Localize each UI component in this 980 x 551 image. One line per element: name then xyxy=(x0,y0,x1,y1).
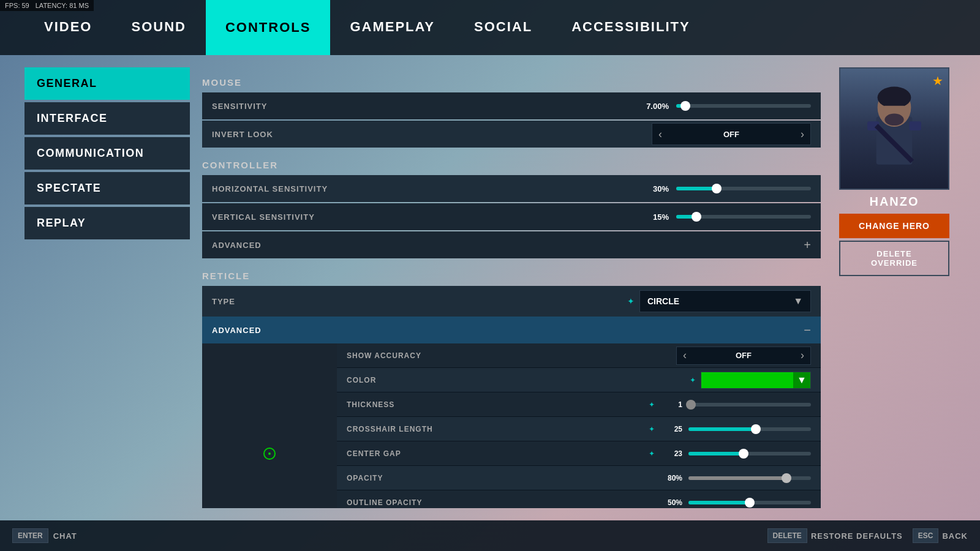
reticle-advanced-settings: SHOW ACCURACY ‹ OFF › COLOR ✦ ▼ xyxy=(337,343,821,508)
vert-sensitivity-row: VERTICAL SENSITIVITY 15% xyxy=(202,203,821,230)
show-accuracy-selector[interactable]: ‹ OFF › xyxy=(676,347,811,365)
horiz-sensitivity-fill xyxy=(676,187,717,190)
invert-look-selector[interactable]: ‹ OFF › xyxy=(652,123,811,145)
show-accuracy-next-icon[interactable]: › xyxy=(794,349,810,362)
controller-advanced-label: ADVANCED xyxy=(212,241,804,250)
vert-sensitivity-label: VERTICAL SENSITIVITY xyxy=(212,212,632,222)
reticle-advanced-content: SHOW ACCURACY ‹ OFF › COLOR ✦ ▼ xyxy=(202,343,821,508)
controller-advanced-expand-icon: + xyxy=(804,238,811,252)
vert-sensitivity-slider[interactable] xyxy=(676,215,811,219)
sidebar-item-interface[interactable]: INTERFACE xyxy=(24,102,190,135)
reticle-type-label: TYPE xyxy=(212,297,622,306)
thickness-star-icon: ✦ xyxy=(649,400,655,409)
reticle-section-title: RETICLE xyxy=(202,271,821,281)
invert-look-label: INVERT LOOK xyxy=(212,130,652,139)
thickness-thumb[interactable] xyxy=(686,400,696,410)
reticle-type-dropdown[interactable]: CIRCLE ▼ xyxy=(639,290,811,312)
horiz-sensitivity-label: HORIZONTAL SENSITIVITY xyxy=(212,184,632,193)
reticle-type-dropdown-arrow-icon: ▼ xyxy=(793,296,803,307)
center-gap-star-icon: ✦ xyxy=(649,449,655,458)
center-gap-slider[interactable] xyxy=(688,452,811,455)
outline-opacity-row: OUTLINE OPACITY 50% xyxy=(337,490,821,508)
color-row: COLOR ✦ ▼ xyxy=(337,368,821,392)
outline-opacity-fill xyxy=(688,501,750,504)
restore-defaults-label: RESTORE DEFAULTS xyxy=(811,531,903,541)
tab-sound[interactable]: SOUND xyxy=(111,0,205,55)
reticle-circle-preview xyxy=(263,448,276,460)
sidebar-item-replay[interactable]: REPLAY xyxy=(24,207,190,239)
reticle-type-row: TYPE ✦ CIRCLE ▼ xyxy=(202,286,821,317)
sensitivity-row: SENSITIVITY 7.00% xyxy=(202,92,821,119)
controller-advanced-row[interactable]: ADVANCED + xyxy=(202,231,821,258)
center-gap-thumb[interactable] xyxy=(739,449,748,459)
tab-controls[interactable]: CONTROLS xyxy=(206,0,330,55)
thickness-slider[interactable] xyxy=(688,403,811,407)
horiz-sensitivity-slider[interactable] xyxy=(676,187,811,190)
tab-social[interactable]: SOCIAL xyxy=(454,0,552,55)
invert-look-prev[interactable]: ‹ xyxy=(652,128,668,141)
crosshair-length-slider[interactable] xyxy=(688,427,811,431)
sidebar-item-spectate[interactable]: SPECTATE xyxy=(24,172,190,204)
hero-star-icon: ★ xyxy=(932,73,943,88)
reticle-advanced-header-label: ADVANCED xyxy=(212,326,804,335)
center-gap-fill xyxy=(688,452,744,455)
reticle-type-star-icon: ✦ xyxy=(627,296,635,306)
vert-sensitivity-value: 15% xyxy=(632,212,669,222)
bottom-right-actions: DELETE RESTORE DEFAULTS ESC BACK xyxy=(767,528,968,543)
sensitivity-slider[interactable] xyxy=(676,104,811,108)
invert-look-next[interactable]: › xyxy=(794,128,810,141)
thickness-label: THICKNESS xyxy=(347,400,644,409)
hero-portrait: ★ xyxy=(839,67,949,190)
invert-look-value: OFF xyxy=(723,130,739,139)
opacity-value: 80% xyxy=(655,474,682,482)
delete-action[interactable]: DELETE RESTORE DEFAULTS xyxy=(767,528,903,543)
svg-point-2 xyxy=(878,87,911,108)
back-action[interactable]: ESC BACK xyxy=(913,528,968,543)
delete-override-button[interactable]: DELETE OVERRIDE xyxy=(839,241,949,276)
horiz-sensitivity-thumb[interactable] xyxy=(712,184,722,193)
svg-point-4 xyxy=(884,114,903,126)
show-accuracy-prev-icon[interactable]: ‹ xyxy=(677,349,693,362)
sidebar: GENERAL INTERFACE COMMUNICATION SPECTATE… xyxy=(24,67,190,508)
main-content: GENERAL INTERFACE COMMUNICATION SPECTATE… xyxy=(0,55,980,520)
show-accuracy-row: SHOW ACCURACY ‹ OFF › xyxy=(337,343,821,368)
sidebar-item-general[interactable]: GENERAL xyxy=(24,67,190,100)
center-gap-value: 23 xyxy=(655,449,682,458)
opacity-slider[interactable] xyxy=(688,476,811,480)
outline-opacity-thumb[interactable] xyxy=(745,498,755,508)
opacity-fill xyxy=(688,476,786,480)
reticle-advanced-header[interactable]: ADVANCED − xyxy=(202,317,821,343)
sensitivity-value: 7.00% xyxy=(632,102,669,111)
outline-opacity-value: 50% xyxy=(655,498,682,507)
settings-content: MOUSE SENSITIVITY 7.00% INVERT LOOK ‹ OF… xyxy=(202,67,821,508)
change-hero-button[interactable]: CHANGE HERO xyxy=(839,214,949,238)
sensitivity-thumb[interactable] xyxy=(680,101,690,111)
invert-look-row: INVERT LOOK ‹ OFF › xyxy=(202,121,821,148)
color-picker[interactable]: ▼ xyxy=(701,372,811,389)
mouse-section-title: MOUSE xyxy=(202,77,821,88)
crosshair-length-thumb[interactable] xyxy=(751,424,761,434)
show-accuracy-label: SHOW ACCURACY xyxy=(347,351,676,360)
show-accuracy-value: OFF xyxy=(736,351,752,360)
top-navigation: VIDEO SOUND CONTROLS GAMEPLAY SOCIAL ACC… xyxy=(0,0,980,55)
opacity-label: OPACITY xyxy=(347,474,655,482)
hero-name: HANZO xyxy=(869,195,919,209)
latency-display: LATENCY: 81 MS xyxy=(36,2,89,9)
sidebar-item-communication[interactable]: COMMUNICATION xyxy=(24,137,190,170)
chat-label: CHAT xyxy=(53,531,77,541)
color-dropdown-arrow-icon[interactable]: ▼ xyxy=(793,372,810,388)
vert-sensitivity-thumb[interactable] xyxy=(692,212,701,222)
center-gap-row: CENTER GAP ✦ 23 xyxy=(337,441,821,466)
reticle-dot-preview xyxy=(268,452,271,455)
tab-gameplay[interactable]: GAMEPLAY xyxy=(330,0,454,55)
reticle-advanced-collapse-icon: − xyxy=(804,323,811,337)
tab-accessibility[interactable]: ACCESSIBILITY xyxy=(552,0,709,55)
outline-opacity-slider[interactable] xyxy=(688,501,811,504)
delete-key-badge: DELETE xyxy=(767,528,807,543)
center-gap-label: CENTER GAP xyxy=(347,449,644,458)
back-label: BACK xyxy=(942,531,968,541)
reticle-type-value: CIRCLE xyxy=(647,296,679,306)
esc-key-badge: ESC xyxy=(913,528,939,543)
opacity-thumb[interactable] xyxy=(782,473,791,483)
crosshair-length-value: 25 xyxy=(655,425,682,433)
